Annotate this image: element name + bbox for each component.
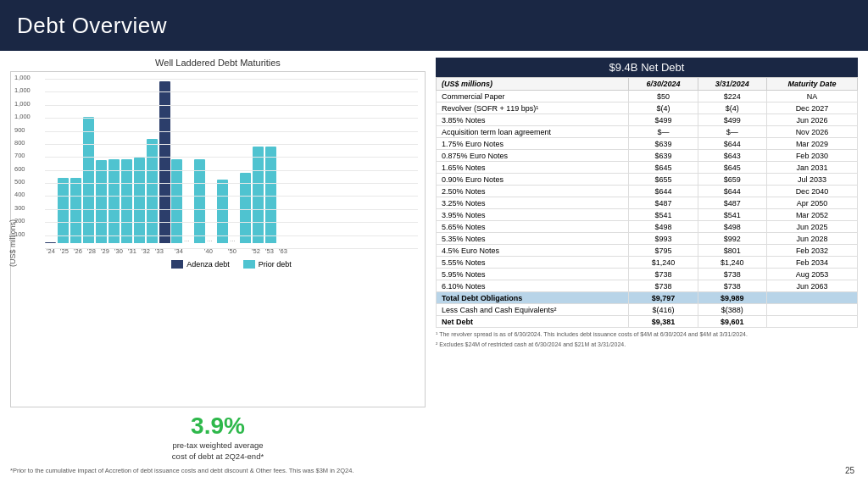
bar-prior xyxy=(194,159,205,243)
row-maturity: Feb 2032 xyxy=(766,245,857,257)
bar-prior xyxy=(265,147,276,243)
bar-group xyxy=(108,159,120,243)
row-q1: $487 xyxy=(698,197,766,209)
row-name: 2.50% Notes xyxy=(437,186,629,197)
footnote-left: *Prior to the cumulative impact of Accre… xyxy=(10,467,426,475)
row-maturity: Feb 2034 xyxy=(766,257,857,269)
col-header-name: (US$ millions) xyxy=(437,78,629,91)
row-q1: $738 xyxy=(698,280,766,292)
row-name: Commercial Paper xyxy=(437,91,629,102)
row-q2: $738 xyxy=(629,269,698,280)
row-maturity: Mar 2029 xyxy=(766,138,857,150)
row-q2: $487 xyxy=(629,197,698,209)
row-q2: $498 xyxy=(629,221,698,233)
table-title: $9.4B Net Debt xyxy=(436,58,858,77)
rate-desc-2: cost of debt at 2Q24-end* xyxy=(10,451,426,462)
page-title: Debt Overview xyxy=(17,13,167,39)
row-name: 3.25% Notes xyxy=(437,197,629,209)
row-name: 5.55% Notes xyxy=(437,257,629,269)
bar-group xyxy=(217,180,228,243)
legend-prior: Prior debt xyxy=(243,260,292,269)
page-header: Debt Overview xyxy=(0,0,868,51)
row-q2: $499 xyxy=(629,114,698,126)
bar-group xyxy=(121,159,132,243)
col-header-q2: 6/30/2024 xyxy=(629,78,698,91)
row-q1: $643 xyxy=(698,150,766,162)
bar-group: ... xyxy=(207,235,215,243)
row-q2: $645 xyxy=(629,162,698,174)
main-content: Well Laddered Debt Maturities (US$ milli… xyxy=(0,51,868,482)
table-row: 4.5% Euro Notes$795$801Feb 2032 xyxy=(437,245,858,257)
bar-prior xyxy=(70,178,81,243)
legend-adenza-label: Adenza debt xyxy=(186,260,230,269)
table-row: 5.55% Notes$1,240$1,240Feb 2034 xyxy=(437,257,858,269)
rate-section: 3.9% pre-tax weighted average cost of de… xyxy=(10,407,426,464)
row-q2: $— xyxy=(629,126,698,138)
table-row: 2.50% Notes$644$644Dec 2040 xyxy=(437,186,858,197)
row-maturity: Feb 2030 xyxy=(766,150,857,162)
table-row: Total Debt Obligations$9,797$9,989 xyxy=(437,292,858,304)
row-maturity xyxy=(766,316,857,328)
row-q1: $(4) xyxy=(698,102,766,114)
bar-prior xyxy=(121,159,132,243)
row-q1: $541 xyxy=(698,209,766,221)
left-panel: Well Laddered Debt Maturities (US$ milli… xyxy=(10,58,426,475)
footnote-right-1: ¹ The revolver spread is as of 6/30/2024… xyxy=(436,330,858,338)
row-q1: $498 xyxy=(698,221,766,233)
bar-prior xyxy=(147,139,158,243)
bar-adenza xyxy=(45,242,56,243)
bar-group: ... xyxy=(230,235,238,243)
row-q2: $(4) xyxy=(629,102,698,114)
row-name: 5.65% Notes xyxy=(437,221,629,233)
table-row: 3.25% Notes$487$487Apr 2050 xyxy=(437,197,858,209)
row-maturity: Jun 2026 xyxy=(766,114,857,126)
row-maturity: Jun 2025 xyxy=(766,221,857,233)
table-row: 5.95% Notes$738$738Aug 2053 xyxy=(437,269,858,280)
col-header-maturity: Maturity Date xyxy=(766,78,857,91)
row-q1: $659 xyxy=(698,174,766,186)
row-name: 1.75% Euro Notes xyxy=(437,138,629,150)
bar-group xyxy=(96,160,107,243)
row-q2: $655 xyxy=(629,174,698,186)
row-q2: $541 xyxy=(629,209,698,221)
table-row: 1.65% Notes$645$645Jan 2031 xyxy=(437,162,858,174)
row-q2: $1,240 xyxy=(629,257,698,269)
row-q2: $795 xyxy=(629,245,698,257)
rate-desc-1: pre-tax weighted average xyxy=(10,440,426,451)
page-number: 25 xyxy=(845,466,854,475)
chart-title: Well Laddered Debt Maturities xyxy=(10,58,426,68)
bar-prior xyxy=(171,159,182,243)
table-row: 1.75% Euro Notes$639$644Mar 2029 xyxy=(437,138,858,150)
row-q1: $9,989 xyxy=(698,292,766,304)
bar-prior xyxy=(83,117,94,243)
bar-prior xyxy=(217,180,228,243)
row-maturity xyxy=(766,292,857,304)
right-panel: $9.4B Net Debt (US$ millions) 6/30/2024 … xyxy=(436,58,858,475)
bar-prior xyxy=(253,147,264,243)
row-maturity: Nov 2026 xyxy=(766,126,857,138)
table-row: Revolver (SOFR + 119 bps)¹$(4)$(4)Dec 20… xyxy=(437,102,858,114)
row-q2: $738 xyxy=(629,280,698,292)
legend-adenza: Adenza debt xyxy=(171,260,230,269)
table-row: 3.85% Notes$499$499Jun 2026 xyxy=(437,114,858,126)
row-name: Revolver (SOFR + 119 bps)¹ xyxy=(437,102,629,114)
row-maturity: Aug 2053 xyxy=(766,269,857,280)
row-q2: $639 xyxy=(629,138,698,150)
bar-prior xyxy=(108,159,120,243)
bar-group xyxy=(253,147,264,243)
row-q2: $9,797 xyxy=(629,292,698,304)
bar-group: ... xyxy=(184,235,192,243)
row-name: Less Cash and Cash Equivalents² xyxy=(437,304,629,316)
row-maturity: Jul 2033 xyxy=(766,174,857,186)
row-q2: $(416) xyxy=(629,304,698,316)
row-q1: $— xyxy=(698,126,766,138)
row-maturity: Dec 2040 xyxy=(766,186,857,197)
row-q1: $644 xyxy=(698,186,766,197)
row-q1: $(388) xyxy=(698,304,766,316)
row-name: Net Debt xyxy=(437,316,629,328)
bar-group xyxy=(194,159,205,243)
bar-group xyxy=(70,178,81,243)
table-row: 5.65% Notes$498$498Jun 2025 xyxy=(437,221,858,233)
row-name: 6.10% Notes xyxy=(437,280,629,292)
legend-prior-box xyxy=(243,260,255,269)
